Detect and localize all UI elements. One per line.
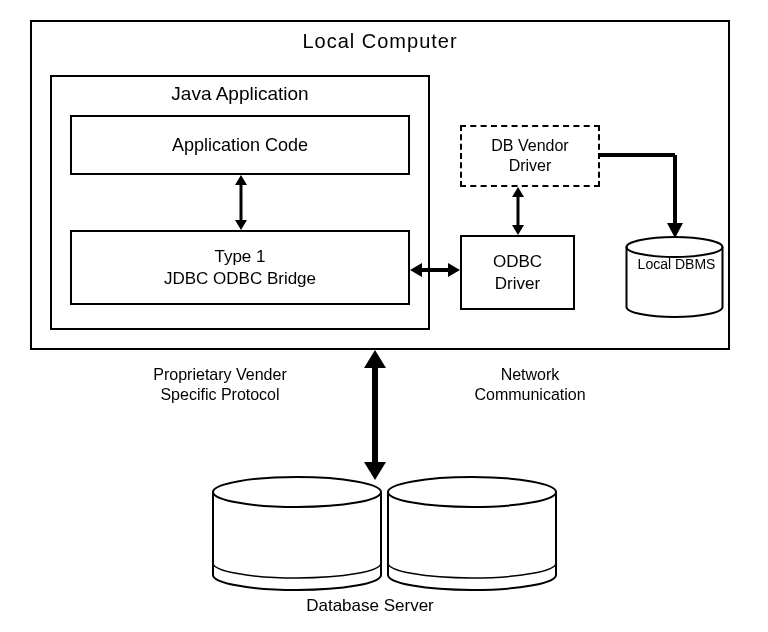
svg-marker-8 bbox=[512, 225, 524, 235]
odbc-label-1: ODBC bbox=[493, 251, 542, 272]
java-application-title: Java Application bbox=[52, 83, 428, 105]
db-vendor-label-2: Driver bbox=[509, 156, 552, 176]
svg-marker-16 bbox=[364, 350, 386, 368]
db-vendor-driver-box: DB Vendor Driver bbox=[460, 125, 600, 187]
arrow-odbc-vendor bbox=[510, 187, 526, 239]
svg-marker-7 bbox=[512, 187, 524, 197]
bridge-type-label: Type 1 bbox=[214, 246, 265, 267]
jdbc-odbc-diagram: Local Computer Java Application Applicat… bbox=[30, 20, 740, 620]
local-dbms-label: Local DBMS bbox=[628, 256, 725, 272]
arrow-bridge-odbc bbox=[410, 260, 460, 284]
arrow-appcode-bridge bbox=[233, 175, 249, 234]
network-line1: Network bbox=[501, 366, 560, 383]
svg-point-21 bbox=[388, 477, 556, 507]
svg-point-12 bbox=[627, 237, 723, 257]
db-server-cylinder-right bbox=[385, 475, 560, 595]
arrow-vendor-localdbms bbox=[600, 150, 700, 244]
db-vendor-label-1: DB Vendor bbox=[491, 136, 568, 156]
svg-point-18 bbox=[213, 477, 381, 507]
arrow-odbc-dbserver bbox=[360, 350, 390, 484]
application-code-label: Application Code bbox=[172, 135, 308, 156]
svg-marker-2 bbox=[235, 220, 247, 230]
jdbc-bridge-box: Type 1 JDBC ODBC Bridge bbox=[70, 230, 410, 305]
database-server-label: Database Server bbox=[270, 595, 470, 616]
network-communication-label: Network Communication bbox=[450, 365, 610, 405]
bridge-name-label: JDBC ODBC Bridge bbox=[164, 268, 316, 289]
local-computer-title: Local Computer bbox=[32, 30, 728, 53]
svg-marker-5 bbox=[448, 263, 460, 277]
svg-marker-4 bbox=[410, 263, 422, 277]
odbc-driver-box: ODBC Driver bbox=[460, 235, 575, 310]
proprietary-protocol-label: Proprietary Vender Specific Protocol bbox=[120, 365, 320, 405]
proprietary-line1: Proprietary Vender bbox=[153, 366, 286, 383]
proprietary-line2: Specific Protocol bbox=[160, 386, 279, 403]
local-dbms-cylinder bbox=[623, 235, 726, 320]
db-server-cylinder-left bbox=[210, 475, 385, 595]
network-line2: Communication bbox=[474, 386, 585, 403]
odbc-label-2: Driver bbox=[495, 273, 540, 294]
svg-marker-1 bbox=[235, 175, 247, 185]
application-code-box: Application Code bbox=[70, 115, 410, 175]
